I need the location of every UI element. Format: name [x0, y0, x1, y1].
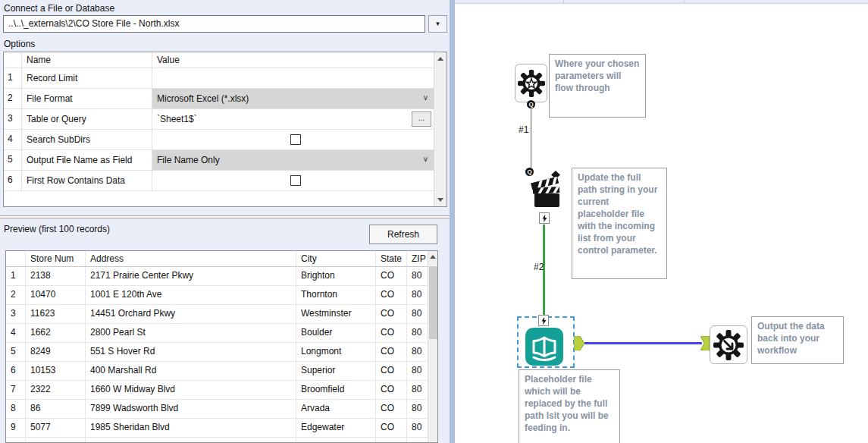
options-row: 6First Row Contains Data [4, 171, 434, 191]
horizontal-splitter[interactable] [0, 215, 450, 218]
input-anchor[interactable] [700, 336, 710, 353]
table-row[interactable]: 31162314451 Orchard PkwyWestminsterCO80 [6, 305, 429, 324]
table-cell: 2171 Prairie Center Pkwy [86, 267, 296, 285]
table-cell: 7899 Wadsworth Blvd [86, 400, 296, 418]
connector-1[interactable] [531, 109, 531, 170]
scroll-up-icon[interactable] [434, 52, 447, 65]
connector-output[interactable] [584, 342, 702, 344]
control-parameter-tool[interactable] [515, 64, 547, 102]
table-row[interactable]: 416622800 Pearl StBoulderCO80 [6, 324, 429, 343]
output-anchor[interactable] [574, 336, 584, 353]
chevron-down-icon: ∨ [423, 155, 428, 163]
table-cell: 5077 [26, 419, 86, 437]
table-cell: 80 [407, 305, 429, 323]
preview-table-scrollbar[interactable] [428, 251, 437, 442]
scrollbar-thumb[interactable] [429, 266, 437, 339]
browse-ellipsis-button[interactable]: ... [412, 112, 431, 127]
table-row[interactable]: 610153400 Marshall RdSuperiorCO80 [6, 362, 429, 381]
option-name: Record Limit [22, 68, 152, 88]
row-number: 2 [4, 89, 22, 108]
value-cell[interactable]: `Sheet1$`... [152, 109, 434, 129]
dropdown-value: File Name Only [157, 155, 220, 165]
connector-1-label: #1 [519, 124, 528, 135]
scroll-down-icon[interactable] [434, 193, 447, 206]
macro-input-tool[interactable] [525, 327, 564, 369]
table-cell: CO [376, 324, 407, 342]
table-cell: Lakewood [296, 438, 376, 443]
table-cell: 80 [407, 286, 429, 304]
table-cell: 1662 [26, 324, 86, 342]
value-cell [152, 171, 434, 190]
scroll-up-icon[interactable] [428, 251, 437, 262]
checkbox-unchecked[interactable] [290, 134, 301, 145]
table-cell: 80 [407, 400, 429, 418]
value-dropdown[interactable]: Microsoft Excel (*.xlsx)∨ [152, 89, 434, 108]
workflow-canvas[interactable]: Q #1 Q [455, 0, 868, 443]
table-cell: Brighton [296, 267, 376, 285]
options-row: 1Record Limit [4, 68, 434, 89]
table-row[interactable]: 2104701001 E 120th AveThorntonCO80 [6, 286, 429, 305]
table-cell: 2322 [26, 381, 86, 399]
row-number: 1 [4, 68, 22, 88]
preview-label: Preview (first 100 records) [4, 224, 110, 234]
table-cell: 1660 W Midway Blvd [86, 381, 296, 399]
refresh-button[interactable]: Refresh [369, 225, 437, 244]
table-cell: Edgewater [296, 419, 376, 437]
table-row[interactable]: 950771985 Sheridan BlvdEdgewaterCO80 [6, 419, 429, 438]
table-row[interactable]: 58249551 S Hover RdLongmontCO80 [6, 343, 429, 362]
table-row[interactable]: 10731114500 W Colfax Ave Unit B1Lakewood… [6, 438, 429, 443]
options-grid-scrollbar[interactable] [434, 52, 447, 206]
dropdown-value: Microsoft Excel (*.xlsx) [157, 93, 249, 104]
lightning-anchor-icon[interactable] [539, 212, 550, 224]
table-cell: 1 [6, 267, 26, 285]
option-name: Search SubDirs [22, 130, 152, 149]
table-cell: 8249 [26, 343, 86, 361]
table-cell: 7 [6, 381, 26, 399]
table-row[interactable]: 723221660 W Midway BlvdBroomfieldCO80 [6, 381, 429, 400]
options-row: 4Search SubDirs [4, 130, 434, 150]
file-path-input[interactable]: ..\..\_externals\2\CO Store File - North… [3, 15, 425, 33]
table-row[interactable]: 8867899 Wadsworth BlvdArvadaCO80 [6, 400, 429, 419]
column-header[interactable]: ZIP [407, 251, 429, 266]
column-header[interactable]: Address [86, 251, 296, 266]
option-name: Table or Query [22, 109, 152, 129]
table-cell: 2800 Pearl St [86, 324, 296, 342]
table-cell: 8 [6, 400, 26, 418]
gear-star-icon [518, 68, 545, 99]
annotation-control-parameter[interactable]: Where your chosen parameters will flow t… [549, 54, 646, 118]
column-header-name: Name [22, 52, 152, 68]
column-header[interactable]: Store Num [26, 251, 86, 266]
panel-canvas-splitter[interactable] [450, 0, 455, 443]
value-dropdown[interactable]: File Name Only∨ [152, 150, 434, 170]
question-anchor-icon[interactable]: Q [527, 100, 535, 108]
table-cell: 7311 [26, 438, 86, 443]
table-cell: 80 [407, 267, 429, 285]
options-grid: NameValue1Record Limit2File FormatMicros… [3, 52, 447, 207]
table-row[interactable]: 121382171 Prairie Center PkwyBrightonCO8… [6, 267, 429, 286]
annotation-output[interactable]: Output the data back into your workflow [751, 316, 844, 364]
table-cell: 80 [407, 438, 429, 443]
lightning-anchor-icon[interactable] [538, 315, 549, 326]
table-cell: CO [376, 419, 407, 437]
file-path-dropdown-button[interactable]: ▼ [428, 15, 447, 33]
row-number: 3 [4, 109, 22, 129]
annotation-action[interactable]: Update the full path string in your curr… [572, 168, 667, 279]
table-cell: Westminster [296, 305, 376, 323]
options-row: 2File FormatMicrosoft Excel (*.xlsx)∨ [4, 89, 434, 109]
checkbox-unchecked[interactable] [290, 175, 301, 186]
chevron-down-icon: ∨ [423, 93, 428, 102]
table-cell: 10153 [26, 362, 86, 380]
column-header[interactable]: City [296, 251, 376, 266]
option-name: File Format [22, 89, 152, 108]
action-tool[interactable] [529, 170, 564, 212]
table-cell: CO [376, 362, 407, 380]
annotation-input[interactable]: Placeholder file which will be replaced … [519, 369, 620, 443]
row-number: 4 [4, 130, 22, 149]
column-header[interactable]: State [376, 251, 407, 266]
macro-output-tool[interactable] [710, 325, 747, 364]
table-cell: 1985 Sheridan Blvd [86, 419, 296, 437]
table-cell: CO [376, 286, 407, 304]
column-header[interactable] [6, 251, 26, 266]
connector-2-label: #2 [534, 262, 544, 272]
value-cell[interactable] [152, 68, 434, 88]
